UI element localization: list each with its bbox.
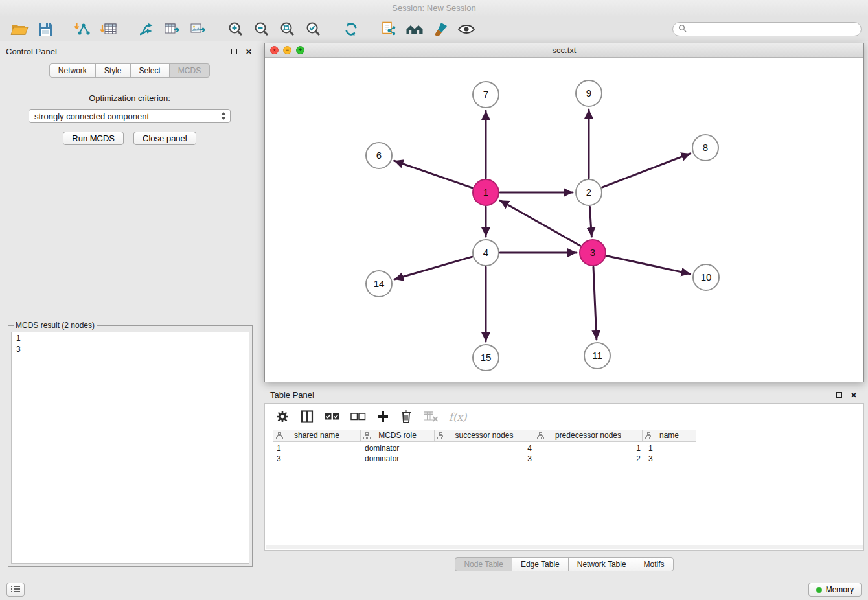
function-icon[interactable]: f(x) bbox=[449, 408, 466, 426]
edge-3-11[interactable] bbox=[593, 267, 597, 340]
split-columns-icon[interactable] bbox=[300, 408, 314, 426]
svg-text:2: 2 bbox=[586, 187, 591, 198]
search-input[interactable] bbox=[690, 25, 856, 34]
run-mcds-button[interactable]: Run MCDS bbox=[63, 132, 124, 145]
deselect-all-icon[interactable] bbox=[350, 408, 366, 426]
table-cell: dominator bbox=[361, 443, 435, 454]
tab-network-table[interactable]: Network Table bbox=[568, 557, 635, 571]
tab-node-table[interactable]: Node Table bbox=[455, 557, 512, 571]
float-table-panel-button[interactable] bbox=[834, 390, 843, 399]
node-7[interactable]: 7 bbox=[473, 82, 499, 108]
refresh-layout-icon[interactable] bbox=[338, 19, 364, 40]
zoom-in-icon[interactable] bbox=[223, 19, 249, 40]
tab-edge-table[interactable]: Edge Table bbox=[512, 557, 569, 571]
column-header-mcds-role[interactable]: MCDS role bbox=[360, 430, 435, 442]
first-neighbors-icon[interactable] bbox=[402, 19, 428, 40]
toolbar-group bbox=[338, 19, 364, 40]
window-close-button[interactable] bbox=[270, 46, 279, 54]
edge-1-6[interactable] bbox=[394, 161, 473, 188]
node-4[interactable]: 4 bbox=[473, 240, 499, 266]
toolbar-group bbox=[133, 19, 211, 40]
tab-network[interactable]: Network bbox=[49, 63, 96, 78]
new-network-icon[interactable] bbox=[133, 19, 159, 40]
close-control-panel-button[interactable] bbox=[244, 47, 253, 56]
list-icon bbox=[10, 585, 21, 595]
tab-mcds[interactable]: MCDS bbox=[169, 63, 210, 78]
main-toolbar bbox=[0, 17, 868, 41]
svg-text:15: 15 bbox=[481, 352, 492, 363]
panel-list-button[interactable] bbox=[6, 583, 25, 597]
edge-4-14[interactable] bbox=[394, 257, 472, 279]
import-table-icon[interactable] bbox=[96, 19, 122, 40]
node-2[interactable]: 2 bbox=[576, 179, 602, 205]
table-cell: dominator bbox=[361, 454, 435, 464]
import-network-icon[interactable] bbox=[70, 19, 96, 40]
node-8[interactable]: 8 bbox=[692, 135, 718, 161]
open-folder-icon[interactable] bbox=[6, 19, 32, 40]
gear-icon[interactable] bbox=[275, 408, 290, 426]
zoom-selected-icon[interactable] bbox=[301, 19, 326, 40]
select-all-icon[interactable] bbox=[325, 408, 340, 426]
style-brush-icon[interactable] bbox=[428, 19, 453, 40]
export-image-icon[interactable] bbox=[185, 19, 211, 40]
node-15[interactable]: 15 bbox=[473, 345, 499, 371]
network-canvas[interactable]: 7968124314101511 bbox=[265, 58, 863, 382]
memory-button[interactable]: Memory bbox=[808, 583, 862, 597]
edge-3-1[interactable] bbox=[500, 200, 580, 246]
add-column-icon[interactable] bbox=[376, 408, 389, 426]
svg-text:9: 9 bbox=[586, 87, 591, 98]
close-icon bbox=[851, 390, 857, 400]
tab-motifs[interactable]: Motifs bbox=[635, 557, 674, 571]
status-bar: Memory bbox=[0, 579, 868, 600]
save-icon[interactable] bbox=[32, 19, 58, 40]
table-cell: 2 bbox=[536, 454, 645, 464]
edge-3-10[interactable] bbox=[607, 256, 691, 274]
zoom-fit-icon[interactable] bbox=[275, 19, 301, 40]
node-11[interactable]: 11 bbox=[584, 343, 610, 369]
tab-style[interactable]: Style bbox=[95, 63, 131, 78]
table-toolbar: f(x) bbox=[265, 404, 863, 430]
memory-label: Memory bbox=[826, 585, 854, 594]
table-row[interactable]: 1dominator411 bbox=[273, 443, 863, 454]
table-cell: 1 bbox=[273, 443, 361, 454]
column-header-shared-name[interactable]: shared name bbox=[273, 430, 361, 442]
node-6[interactable]: 6 bbox=[366, 143, 392, 168]
window-title: Session: New Session bbox=[392, 3, 475, 13]
window-zoom-button[interactable] bbox=[296, 46, 304, 54]
network-view[interactable]: 7968124314101511 bbox=[265, 58, 863, 382]
close-table-panel-button[interactable] bbox=[849, 390, 858, 399]
column-header-predecessor-nodes[interactable]: predecessor nodes bbox=[534, 430, 643, 442]
float-icon bbox=[836, 392, 842, 398]
eye-icon[interactable] bbox=[453, 19, 479, 40]
copy-network-icon[interactable] bbox=[376, 19, 402, 40]
network-window: scc.txt 7968124314101511 bbox=[264, 43, 864, 382]
table-cell: 3 bbox=[645, 454, 699, 464]
mcds-result-list[interactable]: 13 bbox=[11, 332, 249, 564]
column-header-successor-nodes[interactable]: successor nodes bbox=[434, 430, 534, 442]
delete-table-icon[interactable] bbox=[423, 408, 439, 426]
node-9[interactable]: 9 bbox=[576, 80, 602, 106]
tab-select[interactable]: Select bbox=[130, 63, 170, 78]
node-3[interactable]: 3 bbox=[580, 240, 606, 266]
close-mcds-panel-button[interactable]: Close panel bbox=[133, 132, 196, 145]
edge-2-3[interactable] bbox=[589, 207, 591, 237]
export-table-icon[interactable] bbox=[159, 19, 185, 40]
node-table: shared nameMCDS rolesuccessor nodesprede… bbox=[273, 430, 863, 464]
network-window-titlebar[interactable]: scc.txt bbox=[265, 43, 863, 58]
node-1[interactable]: 1 bbox=[473, 179, 499, 205]
search-box[interactable] bbox=[672, 22, 862, 36]
table-row[interactable]: 3dominator323 bbox=[273, 454, 863, 464]
toolbar-group bbox=[6, 19, 58, 40]
column-header-name[interactable]: name bbox=[642, 430, 696, 442]
float-control-panel-button[interactable] bbox=[229, 47, 238, 56]
zoom-out-icon[interactable] bbox=[249, 19, 275, 40]
window-minimize-button[interactable] bbox=[283, 46, 291, 54]
horizontal-scrollbar[interactable] bbox=[266, 545, 863, 549]
node-14[interactable]: 14 bbox=[366, 271, 392, 297]
result-line: 3 bbox=[16, 344, 244, 355]
table-panel-body: f(x) shared nameMCDS rolesuccessor nodes… bbox=[264, 403, 864, 551]
node-10[interactable]: 10 bbox=[693, 264, 719, 290]
edge-2-8[interactable] bbox=[602, 154, 691, 187]
criterion-select[interactable]: strongly connected component bbox=[29, 109, 231, 123]
delete-column-icon[interactable] bbox=[400, 408, 413, 426]
